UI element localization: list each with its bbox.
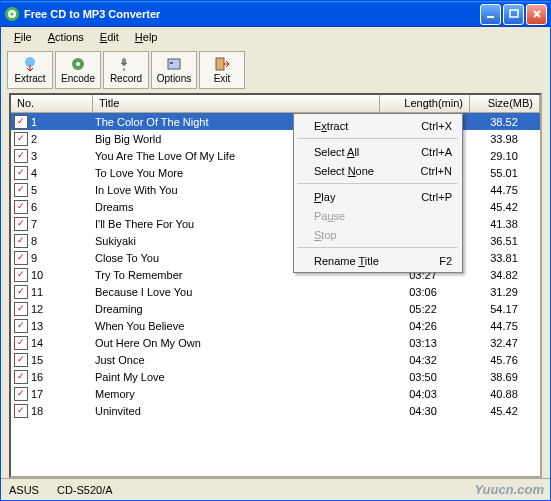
track-row[interactable]: ✓13When You Believe04:2644.75 [11, 317, 540, 334]
track-no: 1 [29, 116, 91, 128]
track-size: 40.88 [468, 388, 540, 400]
track-list: No. Title Length(min) Size(MB) ✓1The Col… [9, 93, 542, 478]
svg-rect-4 [510, 10, 518, 17]
svg-rect-9 [168, 59, 180, 69]
menu-help[interactable]: Help [128, 29, 165, 45]
track-no: 18 [29, 405, 91, 417]
track-no: 12 [29, 303, 91, 315]
track-size: 29.10 [468, 150, 540, 162]
checkbox-icon[interactable]: ✓ [14, 132, 28, 146]
checkbox-icon[interactable]: ✓ [14, 404, 28, 418]
checkbox-icon[interactable]: ✓ [14, 336, 28, 350]
track-length: 03:50 [378, 371, 468, 383]
record-button[interactable]: Record [103, 51, 149, 89]
record-label: Record [110, 73, 142, 84]
track-length: 04:26 [378, 320, 468, 332]
checkbox-icon[interactable]: ✓ [14, 200, 28, 214]
checkbox-icon[interactable]: ✓ [14, 183, 28, 197]
track-size: 31.29 [468, 286, 540, 298]
checkbox-icon[interactable]: ✓ [14, 319, 28, 333]
exit-button[interactable]: Exit [199, 51, 245, 89]
checkbox-icon[interactable]: ✓ [14, 251, 28, 265]
ctx-rename-shortcut: F2 [439, 255, 452, 267]
toolbar: Extract Encode Record Options Exit [1, 47, 550, 93]
col-title[interactable]: Title [93, 95, 380, 112]
menubar: File Actions Edit Help [1, 27, 550, 47]
checkbox-icon[interactable]: ✓ [14, 166, 28, 180]
window-title: Free CD to MP3 Converter [24, 8, 480, 20]
col-no[interactable]: No. [11, 95, 93, 112]
checkbox-icon[interactable]: ✓ [14, 302, 28, 316]
track-no: 6 [29, 201, 91, 213]
status-bar: ASUS CD-S520/A Yuucn.com [1, 478, 550, 500]
window-buttons [480, 4, 547, 25]
track-row[interactable]: ✓16Paint My Love03:5038.69 [11, 368, 540, 385]
encode-button[interactable]: Encode [55, 51, 101, 89]
svg-point-7 [76, 62, 80, 66]
minimize-button[interactable] [480, 4, 501, 25]
ctx-extract[interactable]: ExtractCtrl+X [296, 116, 460, 135]
ctx-rename[interactable]: Rename TitleF2 [296, 251, 460, 270]
maximize-button[interactable] [503, 4, 524, 25]
titlebar[interactable]: Free CD to MP3 Converter [1, 1, 550, 27]
track-title: Paint My Love [91, 371, 378, 383]
menu-file[interactable]: File [7, 29, 39, 45]
checkbox-icon[interactable]: ✓ [14, 217, 28, 231]
col-size[interactable]: Size(MB) [470, 95, 540, 112]
ctx-play[interactable]: PlayCtrl+P [296, 187, 460, 206]
checkbox-icon[interactable]: ✓ [14, 353, 28, 367]
ctx-stop: Stop [296, 225, 460, 244]
close-button[interactable] [526, 4, 547, 25]
watermark: Yuucn.com [474, 482, 544, 497]
menu-edit[interactable]: Edit [93, 29, 126, 45]
track-row[interactable]: ✓11Because I Love You03:0631.29 [11, 283, 540, 300]
track-no: 7 [29, 218, 91, 230]
checkbox-icon[interactable]: ✓ [14, 149, 28, 163]
track-no: 15 [29, 354, 91, 366]
track-size: 32.47 [468, 337, 540, 349]
track-row[interactable]: ✓17Memory04:0340.88 [11, 385, 540, 402]
context-menu: ExtractCtrl+X Select AllCtrl+A Select No… [293, 113, 463, 273]
track-title: Out Here On My Own [91, 337, 378, 349]
track-no: 9 [29, 252, 91, 264]
track-size: 38.69 [468, 371, 540, 383]
exit-label: Exit [214, 73, 231, 84]
track-row[interactable]: ✓15Just Once04:3245.76 [11, 351, 540, 368]
track-no: 5 [29, 184, 91, 196]
svg-rect-10 [170, 62, 173, 64]
checkbox-icon[interactable]: ✓ [14, 234, 28, 248]
col-length[interactable]: Length(min) [380, 95, 470, 112]
checkbox-icon[interactable]: ✓ [14, 115, 28, 129]
track-row[interactable]: ✓14Out Here On My Own03:1332.47 [11, 334, 540, 351]
ctx-select-none[interactable]: Select NoneCtrl+N [296, 161, 460, 180]
track-row[interactable]: ✓12Dreaming05:2254.17 [11, 300, 540, 317]
track-size: 45.42 [468, 201, 540, 213]
track-no: 13 [29, 320, 91, 332]
svg-rect-8 [122, 58, 126, 66]
svg-point-2 [11, 13, 14, 16]
track-size: 45.42 [468, 405, 540, 417]
track-size: 41.38 [468, 218, 540, 230]
checkbox-icon[interactable]: ✓ [14, 370, 28, 384]
options-label: Options [157, 73, 191, 84]
track-title: Because I Love You [91, 286, 378, 298]
options-icon [166, 56, 182, 72]
checkbox-icon[interactable]: ✓ [14, 285, 28, 299]
ctx-select-all[interactable]: Select AllCtrl+A [296, 142, 460, 161]
extract-icon [22, 56, 38, 72]
track-size: 45.76 [468, 354, 540, 366]
menu-actions[interactable]: Actions [41, 29, 91, 45]
ctx-selectnone-shortcut: Ctrl+N [421, 165, 452, 177]
ctx-play-shortcut: Ctrl+P [421, 191, 452, 203]
options-button[interactable]: Options [151, 51, 197, 89]
track-length: 03:06 [378, 286, 468, 298]
checkbox-icon[interactable]: ✓ [14, 268, 28, 282]
checkbox-icon[interactable]: ✓ [14, 387, 28, 401]
track-length: 05:22 [378, 303, 468, 315]
track-row[interactable]: ✓18Uninvited04:3045.42 [11, 402, 540, 419]
svg-rect-11 [216, 58, 224, 70]
extract-button[interactable]: Extract [7, 51, 53, 89]
svg-rect-3 [487, 16, 494, 18]
extract-label: Extract [14, 73, 45, 84]
track-size: 38.52 [468, 116, 540, 128]
